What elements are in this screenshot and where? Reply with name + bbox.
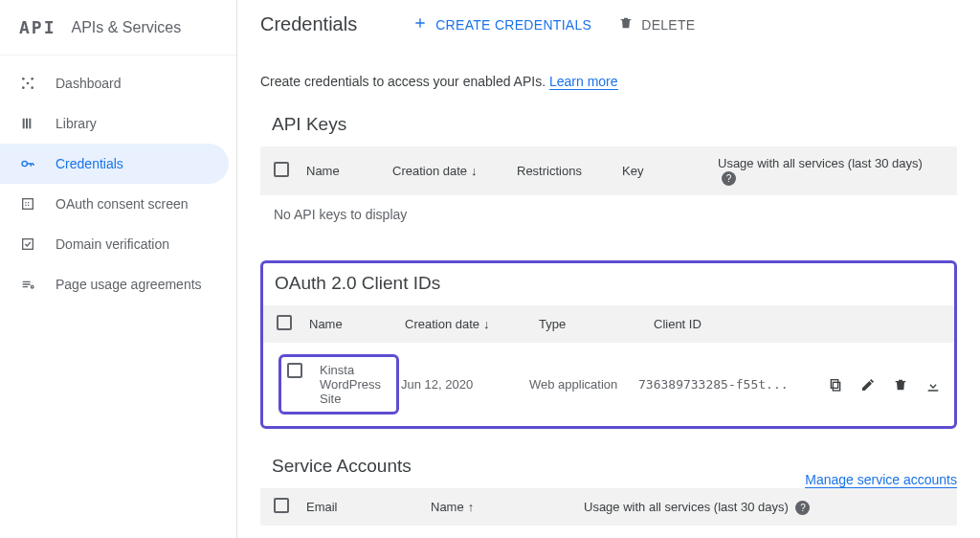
- delete-icon[interactable]: [893, 377, 908, 392]
- sidebar-item-label: Domain verification: [56, 236, 169, 252]
- service-accounts-header: Email Name↑ Usage with all services (las…: [260, 488, 957, 526]
- select-all-checkbox[interactable]: [274, 498, 289, 513]
- svg-rect-12: [833, 382, 839, 391]
- row-creation: Jun 12, 2020: [401, 377, 529, 392]
- svg-rect-7: [29, 119, 31, 129]
- download-icon[interactable]: [925, 377, 941, 392]
- arrow-up-icon: ↑: [468, 500, 475, 514]
- svg-point-4: [31, 86, 33, 89]
- copy-icon[interactable]: [828, 377, 843, 392]
- sidebar-item-label: OAuth consent screen: [56, 196, 189, 212]
- service-accounts-empty: No service accounts to display: [260, 526, 957, 538]
- col-name[interactable]: Name: [306, 164, 392, 178]
- oauth-header: Name Creation date↓ Type Client ID: [263, 305, 954, 343]
- svg-rect-10: [23, 239, 33, 250]
- col-usage[interactable]: Usage with all services (last 30 days) ?: [584, 500, 944, 515]
- sidebar-item-oauth[interactable]: OAuth consent screen: [0, 184, 236, 224]
- intro-text: Create credentials to access your enable…: [260, 74, 957, 89]
- api-keys-empty: No API keys to display: [260, 195, 957, 234]
- col-name[interactable]: Name↑: [431, 500, 584, 514]
- help-icon[interactable]: ?: [722, 171, 736, 186]
- sidebar-item-agreements[interactable]: Page usage agreements: [0, 264, 236, 304]
- brand-title: APIs & Services: [72, 19, 182, 36]
- brand-header: API APIs & Services: [0, 0, 236, 56]
- help-icon[interactable]: ?: [795, 501, 810, 515]
- sidebar-item-label: Library: [56, 116, 97, 131]
- select-all-checkbox[interactable]: [274, 162, 289, 177]
- sidebar: API APIs & Services Dashboard Library Cr…: [0, 0, 237, 538]
- svg-rect-5: [23, 119, 25, 129]
- agreements-icon: [19, 276, 36, 293]
- table-row[interactable]: Kinsta WordPress Site Jun 12, 2020 Web a…: [263, 343, 954, 426]
- svg-rect-9: [23, 199, 33, 210]
- page-title: Credentials: [260, 13, 357, 35]
- sidebar-item-domain[interactable]: Domain verification: [0, 224, 236, 264]
- delete-label: DELETE: [641, 17, 695, 33]
- sidebar-item-library[interactable]: Library: [0, 103, 236, 144]
- sidebar-item-label: Page usage agreements: [56, 277, 202, 292]
- learn-more-link[interactable]: Learn more: [549, 74, 618, 90]
- main-content: Credentials CREATE CREDENTIALS DELETE Cr…: [237, 0, 980, 538]
- svg-point-11: [31, 285, 33, 288]
- col-email[interactable]: Email: [306, 500, 431, 514]
- row-type: Web application: [529, 377, 638, 392]
- svg-point-0: [27, 82, 30, 85]
- brand-logo: API: [19, 17, 56, 37]
- delete-button[interactable]: DELETE: [618, 15, 695, 34]
- svg-point-3: [22, 86, 25, 89]
- create-label: CREATE CREDENTIALS: [435, 17, 591, 33]
- col-client-id[interactable]: Client ID: [654, 317, 941, 331]
- col-creation[interactable]: Creation date↓: [392, 164, 517, 178]
- col-key[interactable]: Key: [622, 164, 718, 178]
- library-icon: [19, 115, 36, 132]
- svg-rect-6: [26, 119, 28, 129]
- api-keys-title: API Keys: [272, 114, 957, 135]
- row-checkbox[interactable]: [287, 363, 302, 378]
- api-keys-section: API Keys Name Creation date↓ Restriction…: [260, 114, 957, 234]
- key-icon: [19, 155, 36, 172]
- sidebar-item-credentials[interactable]: Credentials: [0, 144, 229, 184]
- consent-icon: [19, 195, 36, 213]
- sidebar-nav: Dashboard Library Credentials OAuth cons…: [0, 56, 236, 312]
- edit-icon[interactable]: [860, 377, 876, 392]
- col-usage[interactable]: Usage with all services (last 30 days) ?: [718, 156, 944, 186]
- dashboard-icon: [19, 75, 36, 92]
- select-all-checkbox[interactable]: [277, 315, 292, 330]
- toolbar: Credentials CREATE CREDENTIALS DELETE: [237, 0, 980, 49]
- sidebar-item-label: Credentials: [56, 156, 123, 171]
- svg-rect-13: [831, 379, 837, 388]
- plus-icon: [412, 15, 428, 34]
- col-type[interactable]: Type: [539, 317, 654, 331]
- col-creation[interactable]: Creation date↓: [405, 317, 539, 331]
- row-name[interactable]: Kinsta WordPress Site: [320, 363, 390, 406]
- manage-service-accounts-link[interactable]: Manage service accounts: [805, 472, 957, 488]
- svg-point-8: [22, 161, 27, 166]
- oauth-title: OAuth 2.0 Client IDs: [275, 273, 954, 294]
- col-name[interactable]: Name: [309, 317, 405, 331]
- service-accounts-section: Service Accounts Manage service accounts…: [260, 456, 957, 538]
- svg-point-2: [31, 78, 33, 80]
- trash-icon: [618, 15, 634, 34]
- check-icon: [19, 235, 36, 253]
- oauth-section: OAuth 2.0 Client IDs Name Creation date↓…: [260, 260, 957, 429]
- row-client-id: 736389733285-f55t...: [638, 377, 828, 392]
- col-restrictions[interactable]: Restrictions: [517, 164, 622, 178]
- service-accounts-title: Service Accounts: [272, 456, 412, 477]
- svg-point-1: [22, 78, 25, 80]
- sidebar-item-label: Dashboard: [56, 76, 122, 91]
- arrow-down-icon: ↓: [471, 164, 478, 178]
- create-credentials-button[interactable]: CREATE CREDENTIALS: [412, 15, 591, 34]
- arrow-down-icon: ↓: [483, 317, 490, 331]
- sidebar-item-dashboard[interactable]: Dashboard: [0, 63, 236, 103]
- api-keys-header: Name Creation date↓ Restrictions Key Usa…: [260, 146, 957, 195]
